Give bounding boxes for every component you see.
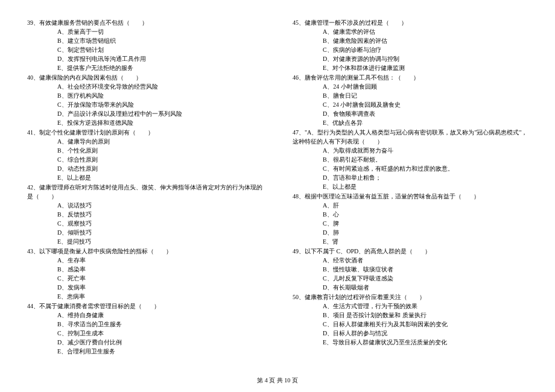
question-text: 48、根据中医理论五味适量有益五脏，适量的苦味食品有益于（ ） [293,192,528,201]
option: A、为取得成就而努力奋斗 [323,146,528,155]
option: C、疾病的诊断与治疗 [323,45,528,54]
option: C、目标人群健康相关行为及其影响因素的变化 [323,320,528,329]
options-list: A、经常饮酒者B、慢性咳嗽、咳痰症状者C、儿时反复下呼吸道感染D、有长期吸烟者 [293,256,528,292]
question: 48、根据中医理论五味适量有益五脏，适量的苦味食品有益于（ ）A、肝B、心C、脾… [293,192,528,246]
option: E、患病率 [57,292,262,301]
question: 50、健康教育计划的过程评价应着重关注（ ）A、生活方式管理，行为干预的效果B、… [293,292,528,347]
options-list: A、质量高于一切B、建立市场营销组织C、制定营销计划D、发挥报刊电讯等沟通工具作… [27,27,262,72]
question-text: 50、健康教育计划的过程评价应着重关注（ ） [293,292,528,302]
option: B、反馈技巧 [57,210,262,219]
question: 41、制定个性化健康管理计划的原则有（ ）A、健康导向的原则B、个性化原则C、综… [27,128,262,182]
question: 49、以下不属于 C、OPD、的高危人群的是（ ）A、经常饮酒者B、慢性咳嗽、咳… [293,247,528,292]
option: E、投保方逆选择和道德风险 [57,118,262,127]
option: B、心 [323,210,528,219]
option: D、目标人群的参与情况 [323,329,528,338]
options-list: A、健康导向的原则B、个性化原则C、综合性原则D、动态性原则E、以上都是 [27,137,262,182]
option: D、食物频率调查表 [323,109,528,118]
option: B、健康危险因素的评估 [323,36,528,45]
option: A、说话技巧 [57,201,262,210]
options-list: A、社会经济环境变化导致的经营风险B、医疗机构风险C、开放保险市场带来的风险D、… [27,82,262,127]
question-text: 39、有效健康服务营销的要点不包括（ ） [27,18,262,27]
question-text: 49、以下不属于 C、OPD、的高危人群的是（ ） [293,247,528,256]
option: B、感染率 [57,265,262,274]
options-list: A、为取得成就而努力奋斗B、很易引起不耐烦。C、有时间紧迫感，有旺盛的精力和过度… [293,146,528,191]
option: D、发病率 [57,283,262,292]
option: D、发挥报刊电讯等沟通工具作用 [57,54,262,63]
options-list: A、生活方式管理，行为干预的效果B、项目 是否按计划的数量和 质量执行C、目标人… [293,302,528,347]
option: E、导致目标人群健康状况乃至生活质量的变化 [323,338,528,347]
question: 42、健康管理师在听对方陈述时使用点头、微笑、伸大拇指等体语肯定对方的行为体现的… [27,183,262,246]
option: B、寻求适当的卫生服务 [57,320,262,329]
option: A、健康需求的评估 [323,27,528,36]
option: C、24 小时膳食回顾及膳食史 [323,100,528,109]
option: D、减少医疗费自付比例 [57,338,262,347]
option: D、肺 [323,228,528,237]
option: C、有时间紧迫感，有旺盛的精力和过度的敌意。 [323,164,528,173]
option: A、24 小时膳食回顾 [323,82,528,91]
page-footer: 第 4 页 共 10 页 [0,376,555,385]
question: 46、膳食评估常用的测量工具不包括：（ ）A、24 小时膳食回顾B、膳食日记C、… [293,73,528,127]
option: C、开放保险市场带来的风险 [57,100,262,109]
option: C、观察技巧 [57,219,262,228]
option: A、经常饮酒者 [323,256,528,265]
option: C、儿时反复下呼吸道感染 [323,274,528,283]
options-list: A、24 小时膳食回顾B、膳食日记C、24 小时膳食回顾及膳食史D、食物频率调查… [293,82,528,127]
option: D、倾听技巧 [57,228,262,237]
options-list: A、生存率B、感染率C、死亡率D、发病率E、患病率 [27,256,262,301]
exam-content: 39、有效健康服务营销的要点不包括（ ）A、质量高于一切B、建立市场营销组织C、… [27,18,528,368]
options-list: A、维持自身健康B、寻求适当的卫生服务C、控制卫生成本D、减少医疗费自付比例E、… [27,311,262,356]
option: D、动态性原则 [57,164,262,173]
option: C、制定营销计划 [57,45,262,54]
question: 40、健康保险的内在风险因素包括（ ）A、社会经济环境变化导致的经营风险B、医疗… [27,73,262,127]
option: B、项目 是否按计划的数量和 质量执行 [323,311,528,320]
option: D、对健康资源的协调与控制 [323,54,528,63]
option: C、综合性原则 [57,155,262,164]
option: A、生活方式管理，行为干预的效果 [323,302,528,311]
option: E、以上都是 [323,182,528,191]
option: B、慢性咳嗽、咳痰症状者 [323,265,528,274]
option: A、质量高于一切 [57,27,262,36]
option: B、很易引起不耐烦。 [323,155,528,164]
option: B、个性化原则 [57,146,262,155]
option: B、医疗机构风险 [57,91,262,100]
question: 44、不属于健康消费者需求管理目标的是（ ）A、维持自身健康B、寻求适当的卫生服… [27,302,262,356]
question-text: 42、健康管理师在听对方陈述时使用点头、微笑、伸大拇指等体语肯定对方的行为体现的… [27,183,262,201]
question-text: 40、健康保险的内在风险因素包括（ ） [27,73,262,82]
option: A、生存率 [57,256,262,265]
option: B、膳食日记 [323,91,528,100]
option: A、健康导向的原则 [57,137,262,146]
option: E、提供客户无法拒绝的服务 [57,63,262,72]
option: C、脾 [323,219,528,228]
question: 43、以下哪项是衡量人群中疾病危险性的指标（ ）A、生存率B、感染率C、死亡率D… [27,247,262,301]
option: D、言语和举止粗鲁； [323,173,528,182]
question-text: 46、膳食评估常用的测量工具不包括：（ ） [293,73,528,82]
question-text: 41、制定个性化健康管理计划的原则有（ ） [27,128,262,137]
question-text: 44、不属于健康消费者需求管理目标的是（ ） [27,302,262,311]
option: A、社会经济环境变化导致的经营风险 [57,82,262,91]
question-text: 47、"A、型行为类型的人其人格类型与冠心病有密切联系，故又称为"冠心病易患模式… [293,128,528,146]
option: B、建立市场营销组织 [57,36,262,45]
option: D、有长期吸烟者 [323,283,528,292]
option: C、死亡率 [57,274,262,283]
option: A、维持自身健康 [57,311,262,320]
question: 45、健康管理一般不涉及的过程是（ ）A、健康需求的评估B、健康危险因素的评估C… [293,18,528,72]
option: C、控制卫生成本 [57,329,262,338]
option: E、对个体和群体进行健康监测 [323,63,528,72]
option: E、肾 [323,237,528,246]
option: E、提问技巧 [57,237,262,246]
question-text: 43、以下哪项是衡量人群中疾病危险性的指标（ ） [27,247,262,256]
option: E、以上都是 [57,173,262,182]
option: D、产品设计承保以及理赔过程中的一系列风险 [57,109,262,118]
question: 39、有效健康服务营销的要点不包括（ ）A、质量高于一切B、建立市场营销组织C、… [27,18,262,72]
question: 47、"A、型行为类型的人其人格类型与冠心病有密切联系，故又称为"冠心病易患模式… [293,128,528,191]
option: A、肝 [323,201,528,210]
options-list: A、肝B、心C、脾D、肺E、肾 [293,201,528,246]
option: E、优缺点各异 [323,118,528,127]
options-list: A、健康需求的评估B、健康危险因素的评估C、疾病的诊断与治疗D、对健康资源的协调… [293,27,528,72]
options-list: A、说话技巧B、反馈技巧C、观察技巧D、倾听技巧E、提问技巧 [27,201,262,246]
option: E、合理利用卫生服务 [57,347,262,356]
question-text: 45、健康管理一般不涉及的过程是（ ） [293,18,528,27]
